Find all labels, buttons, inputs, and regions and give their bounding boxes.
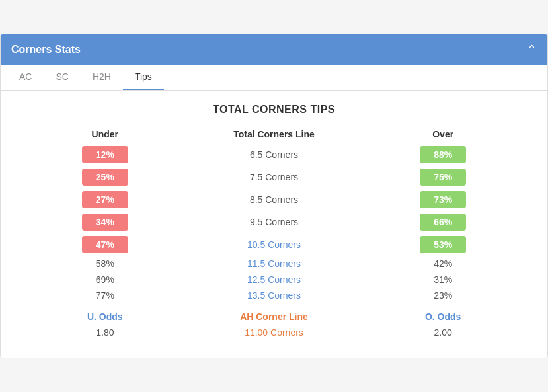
under-badge: 12%	[82, 146, 128, 163]
under-badge: 47%	[82, 236, 128, 253]
over-cell: 75%	[358, 169, 528, 186]
under-cell: 47%	[20, 236, 190, 253]
over-cell: 66%	[358, 214, 528, 231]
tab-tips[interactable]: Tips	[123, 65, 164, 90]
under-cell: 12%	[20, 146, 190, 163]
under-badge: 27%	[82, 191, 128, 208]
tabs-bar: AC SC H2H Tips	[1, 65, 547, 91]
over-cell: 31%	[358, 274, 528, 285]
over-badge: 53%	[420, 236, 466, 253]
under-cell: 58%	[20, 258, 190, 269]
over-badge: 66%	[420, 214, 466, 231]
odds-header-under: U. Odds	[20, 311, 190, 322]
line-cell: 7.5 Corners	[190, 172, 359, 182]
under-cell: 34%	[20, 214, 190, 231]
table-header: Under Total Corners Line Over	[20, 129, 528, 139]
over-cell: 23%	[358, 290, 528, 301]
section-title: TOTAL CORNERS TIPS	[20, 104, 528, 116]
line-cell: 6.5 Corners	[190, 149, 359, 160]
table-row: 27% 8.5 Corners 73%	[20, 191, 528, 208]
line-cell[interactable]: 13.5 Corners	[190, 290, 359, 301]
under-cell: 25%	[20, 169, 190, 186]
line-cell: 9.5 Corners	[190, 217, 359, 227]
header-title: Corners Stats	[11, 44, 81, 56]
table-row: 47% 10.5 Corners 53%	[20, 236, 528, 253]
table-row: 34% 9.5 Corners 66%	[20, 214, 528, 231]
content-area: TOTAL CORNERS TIPS Under Total Corners L…	[1, 91, 547, 358]
line-cell[interactable]: 10.5 Corners	[190, 239, 359, 250]
table-row: 12% 6.5 Corners 88%	[20, 146, 528, 163]
col-header-over: Over	[358, 129, 528, 139]
over-cell: 73%	[358, 191, 528, 208]
under-cell: 69%	[20, 274, 190, 285]
under-cell: 77%	[20, 290, 190, 301]
over-badge: 88%	[420, 146, 466, 163]
table-row: 25% 7.5 Corners 75%	[20, 169, 528, 186]
over-cell: 88%	[358, 146, 528, 163]
over-badge: 73%	[420, 191, 466, 208]
widget-header: Corners Stats ⌃	[1, 34, 547, 65]
over-badge: 75%	[420, 169, 466, 186]
col-header-under: Under	[20, 129, 190, 139]
over-cell: 42%	[358, 258, 528, 269]
odds-values-row: 1.80 11.00 Corners 2.00	[20, 327, 528, 338]
tab-sc[interactable]: SC	[44, 65, 80, 90]
odds-header-over: O. Odds	[358, 311, 528, 322]
odds-header-row: U. Odds AH Corner Line O. Odds	[20, 311, 528, 322]
line-cell[interactable]: 12.5 Corners	[190, 274, 359, 285]
table-row: 77% 13.5 Corners 23%	[20, 290, 528, 301]
under-cell: 27%	[20, 191, 190, 208]
under-badge: 25%	[82, 169, 128, 186]
over-cell: 53%	[358, 236, 528, 253]
tab-ac[interactable]: AC	[7, 65, 44, 90]
line-cell: 8.5 Corners	[190, 194, 359, 205]
chevron-up-icon[interactable]: ⌃	[527, 42, 537, 57]
table-row: 58% 11.5 Corners 42%	[20, 258, 528, 269]
odds-under-value: 1.80	[20, 327, 190, 338]
odds-header-line: AH Corner Line	[190, 311, 359, 322]
odds-line-value: 11.00 Corners	[190, 327, 359, 338]
odds-over-value: 2.00	[358, 327, 528, 338]
line-cell[interactable]: 11.5 Corners	[190, 258, 359, 269]
tab-h2h[interactable]: H2H	[81, 65, 123, 90]
col-header-line: Total Corners Line	[190, 129, 359, 139]
corners-stats-widget: Corners Stats ⌃ AC SC H2H Tips TOTAL COR…	[0, 34, 548, 358]
under-badge: 34%	[82, 214, 128, 231]
table-row: 69% 12.5 Corners 31%	[20, 274, 528, 285]
